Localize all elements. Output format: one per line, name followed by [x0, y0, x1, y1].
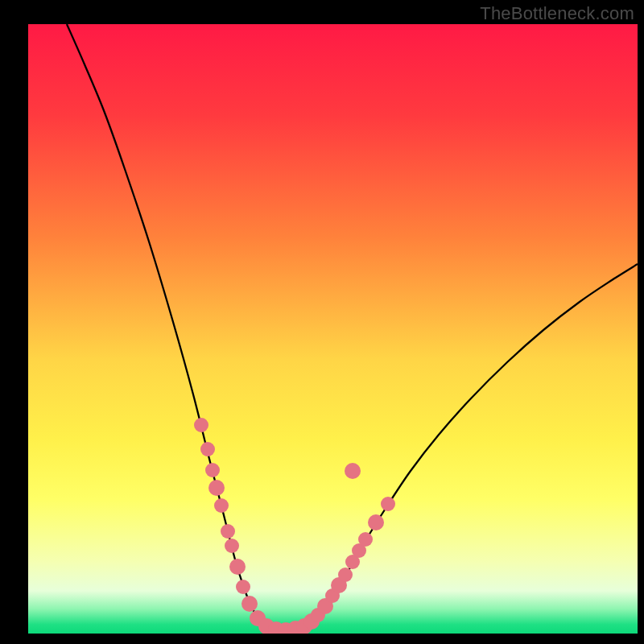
- data-marker: [214, 498, 229, 513]
- data-marker: [345, 463, 361, 479]
- chart-frame: TheBottleneck.com: [0, 0, 644, 644]
- data-marker: [200, 442, 215, 456]
- data-marker: [381, 497, 395, 511]
- chart-svg: [28, 24, 638, 634]
- data-marker: [221, 524, 235, 539]
- plot-area: [28, 24, 638, 634]
- data-marker: [229, 559, 246, 575]
- data-marker: [208, 480, 225, 496]
- data-marker: [205, 463, 220, 477]
- data-marker: [368, 514, 384, 530]
- data-marker: [338, 568, 353, 582]
- data-marker: [242, 596, 258, 612]
- watermark-text: TheBottleneck.com: [480, 3, 634, 24]
- data-marker: [236, 580, 250, 594]
- data-marker: [358, 532, 373, 547]
- data-marker: [194, 418, 208, 432]
- data-marker: [225, 539, 239, 553]
